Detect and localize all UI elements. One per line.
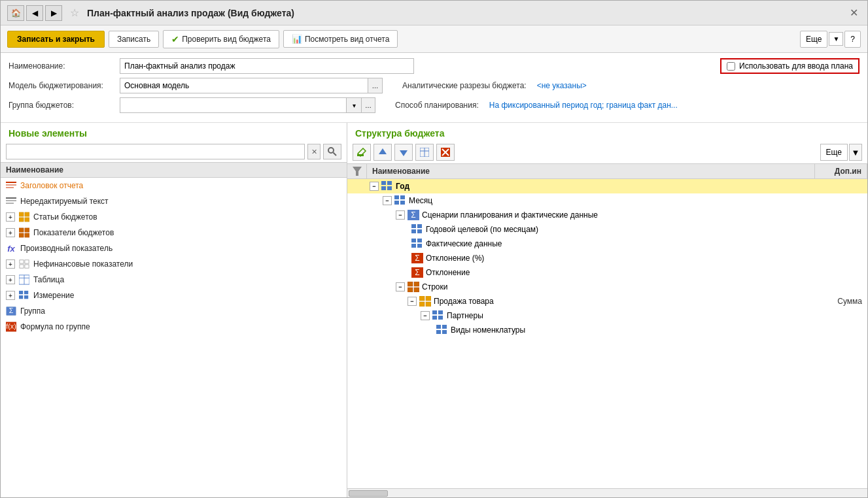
table-row[interactable]: Виды номенклатуры (347, 323, 867, 337)
table-row[interactable]: Годовой целевой (по месяцам) (347, 222, 867, 237)
horizontal-scrollbar[interactable] (347, 488, 867, 497)
view-report-button[interactable]: 📊 Посмотреть вид отчета (283, 30, 398, 48)
table-row[interactable]: Σ Отклонение (347, 265, 867, 280)
table-row[interactable]: − Продажа товара Сумма (347, 294, 867, 308)
svg-rect-58 (411, 244, 416, 248)
edit-button[interactable] (353, 144, 371, 161)
expand-icon[interactable]: + (6, 228, 15, 237)
list-item[interactable]: + Показатели бюджетов (1, 225, 347, 241)
move-up-button[interactable] (373, 144, 392, 161)
expand-icon[interactable]: + (6, 212, 15, 222)
list-item[interactable]: + Нефинансовые показатели (1, 256, 347, 272)
budget-model-row: Модель бюджетирования: … Аналитические р… (9, 78, 859, 93)
scrollbar-thumb[interactable] (349, 490, 388, 497)
expand-icon[interactable]: + (6, 291, 15, 300)
tree-node-label: Сценарии планирования и фактические данн… (422, 210, 598, 220)
analytics-link[interactable]: <не указаны> (537, 81, 587, 90)
list-item[interactable]: + Статьи бюджетов (1, 209, 347, 225)
budget-group-dropdown-btn[interactable]: ▾ (347, 97, 361, 113)
collapse-button[interactable]: − (383, 196, 392, 205)
save-close-button[interactable]: Записать и закрыть (7, 31, 105, 48)
table-row[interactable]: Σ Отклонение (%) (347, 251, 867, 265)
name-cell: − Σ Сценарии планирования и фактические … (367, 210, 815, 220)
search-input[interactable] (6, 144, 305, 159)
svg-rect-69 (426, 296, 431, 301)
check-budget-button[interactable]: ✔ Проверить вид бюджета (163, 30, 279, 48)
delete-button[interactable] (436, 144, 455, 161)
list-item[interactable]: f(x) Формула по группе (1, 319, 347, 335)
forward-button[interactable]: ▶ (45, 5, 62, 21)
extra-col-header: Доп.ин (815, 164, 867, 178)
svg-text:Σ: Σ (411, 210, 415, 220)
svg-text:f(x): f(x) (6, 322, 16, 330)
planning-method-link[interactable]: На фиксированный период год; граница фак… (489, 101, 678, 110)
group-icon: Σ (6, 306, 16, 316)
svg-rect-46 (394, 195, 399, 199)
name-cell: − Продажа товара (367, 296, 815, 307)
expand-icon[interactable]: + (6, 275, 15, 284)
right-more-button[interactable]: Еще (820, 144, 848, 161)
help-button[interactable]: ? (844, 31, 861, 48)
list-item[interactable]: Заголовок отчета (1, 178, 347, 193)
budget-group-select-btn[interactable]: … (361, 97, 375, 113)
budget-model-input[interactable] (120, 78, 368, 93)
tree-node-label: Виды номенклатуры (451, 325, 525, 335)
budget-model-select-btn[interactable]: … (368, 78, 383, 93)
table-view-button[interactable] (415, 144, 434, 161)
collapse-button[interactable]: − (421, 311, 430, 320)
home-button[interactable]: 🏠 (7, 5, 24, 21)
delete-icon (441, 148, 450, 157)
list-item[interactable]: + Измерение (1, 288, 347, 303)
svg-rect-71 (426, 302, 431, 307)
main-window: 🏠 ◀ ▶ ☆ План-фактный анализ продаж (Вид … (0, 0, 868, 498)
planning-method-label: Способ планирования: (395, 101, 479, 110)
move-down-button[interactable] (394, 144, 413, 161)
use-for-plan-label: Использовать для ввода плана (739, 61, 853, 71)
name-cell: − Партнеры (367, 310, 815, 321)
list-item-label: Измерение (33, 291, 74, 300)
list-item[interactable]: + Таблица (1, 272, 347, 288)
name-cell: Σ Отклонение (%) (367, 253, 815, 263)
list-item[interactable]: Нередактируемый текст (1, 193, 347, 209)
search-go-button[interactable] (323, 144, 341, 159)
svg-rect-55 (417, 229, 422, 233)
svg-rect-42 (381, 181, 386, 185)
svg-rect-76 (436, 325, 441, 329)
table-icon (19, 274, 29, 285)
collapse-button[interactable]: − (408, 297, 417, 306)
collapse-button[interactable]: − (396, 210, 405, 220)
budget-group-row: Группа бюджетов: ▾ … Способ планирования… (9, 97, 859, 113)
search-clear-button[interactable]: ✕ (307, 144, 321, 159)
budget-group-input[interactable] (120, 97, 347, 113)
more-button[interactable]: Еще (800, 31, 827, 48)
svg-text:Σ: Σ (9, 307, 14, 314)
name-input[interactable] (120, 58, 414, 74)
list-item-label: Формула по группе (20, 322, 90, 331)
collapse-button[interactable]: − (396, 282, 405, 291)
list-item[interactable]: fx Производный показатель (1, 241, 347, 256)
table-row[interactable]: − Партнеры (347, 308, 867, 323)
right-dropdown-button[interactable]: ▼ (849, 144, 862, 161)
list-item[interactable]: Σ Группа (1, 303, 347, 319)
star-icon[interactable]: ☆ (70, 7, 79, 19)
table-row[interactable]: − Месяц (347, 193, 867, 208)
table-row[interactable]: Фактические данные (347, 237, 867, 251)
table-row[interactable]: − Строки (347, 280, 867, 294)
group-formula-icon: f(x) (6, 322, 16, 332)
collapse-button[interactable]: − (370, 182, 379, 191)
tree-node-label: Строки (422, 282, 447, 291)
svg-rect-16 (20, 260, 24, 263)
use-for-plan-field: Использовать для ввода плана (720, 58, 859, 74)
title-bar: 🏠 ◀ ▶ ☆ План-фактный анализ продаж (Вид … (1, 1, 867, 25)
close-button[interactable]: ✕ (847, 7, 861, 19)
grid-icon (394, 195, 406, 206)
svg-point-0 (328, 148, 334, 153)
save-button[interactable]: Записать (109, 31, 159, 48)
table-row[interactable]: − Σ Сценарии планирования и фактические … (347, 208, 867, 222)
expand-icon[interactable]: + (6, 259, 15, 269)
back-button[interactable]: ◀ (26, 5, 43, 21)
svg-rect-44 (381, 186, 386, 190)
search-icon (327, 146, 338, 157)
use-for-plan-checkbox[interactable] (727, 62, 735, 71)
table-row[interactable]: − Год (347, 179, 867, 193)
